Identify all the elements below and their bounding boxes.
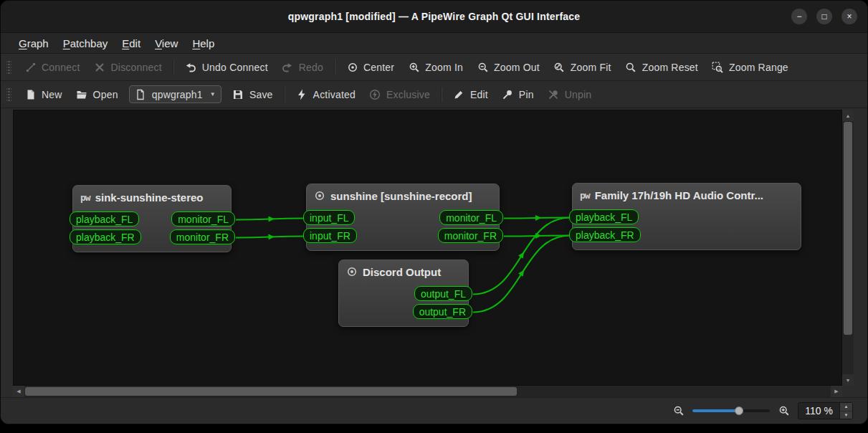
unpin-button[interactable]: Unpin xyxy=(542,85,598,104)
node-title: pwsink-sunshine-stereo xyxy=(73,186,231,209)
unpin-label: Unpin xyxy=(565,89,592,100)
disconnect-label: Disconnect xyxy=(111,62,162,73)
toolbar-main: ConnectDisconnectUndo ConnectRedoCenterZ… xyxy=(1,54,867,81)
zoom-spinbox[interactable]: 110 % ▲ ▼ xyxy=(798,402,853,419)
window-title: qpwgraph1 [modified] — A PipeWire Graph … xyxy=(288,11,581,22)
toolbar-separator xyxy=(441,87,442,103)
zoom-slider-handle[interactable] xyxy=(735,406,743,415)
pin-button[interactable]: Pin xyxy=(496,85,540,104)
zoom-in-icon xyxy=(408,61,420,73)
patchbay-selector-label: qpwgraph1 xyxy=(152,89,203,100)
zoom-value[interactable]: 110 % xyxy=(798,403,839,419)
port-output_FL[interactable]: output_FL xyxy=(414,286,472,301)
menu-view[interactable]: View xyxy=(148,35,184,52)
undo-connect-label: Undo Connect xyxy=(202,62,268,73)
unpin-icon xyxy=(548,88,560,100)
center-button[interactable]: Center xyxy=(340,57,400,77)
port-playback_FR[interactable]: playback_FR xyxy=(70,229,141,244)
maximize-button[interactable]: □ xyxy=(816,9,832,24)
port-playback_FR[interactable]: playback_FR xyxy=(569,227,641,242)
disconnect-icon xyxy=(94,61,106,73)
port-monitor_FR[interactable]: monitor_FR xyxy=(438,228,503,243)
port-input_FL[interactable]: input_FL xyxy=(303,210,355,225)
pin-label: Pin xyxy=(519,89,534,100)
new-label: New xyxy=(42,89,62,100)
new-icon xyxy=(24,88,37,100)
node-family[interactable]: pwFamily 17h/19h HD Audio Contr...playba… xyxy=(572,183,801,250)
graph-canvas[interactable]: pwsink-sunshine-stereoplayback_FLmonitor… xyxy=(13,110,842,386)
vertical-scrollbar[interactable]: ▲ ▼ xyxy=(842,110,854,386)
close-button[interactable]: × xyxy=(841,9,857,24)
open-icon xyxy=(76,88,88,100)
maximize-icon: □ xyxy=(821,12,826,21)
zoom-fit-button[interactable]: Zoom Fit xyxy=(548,57,617,77)
horizontal-scroll-handle[interactable] xyxy=(25,387,517,396)
open-label: Open xyxy=(93,89,118,100)
toolbar-drag-handle[interactable] xyxy=(6,60,11,75)
connect-button[interactable]: Connect xyxy=(19,57,86,77)
minimize-icon: − xyxy=(796,12,801,21)
save-icon xyxy=(232,88,244,100)
patchbay-selector-combo[interactable]: qpwgraph1▼ xyxy=(129,85,221,103)
zoom-out-button[interactable]: Zoom Out xyxy=(471,57,545,77)
vertical-scroll-track[interactable] xyxy=(842,121,854,374)
node-sunshine[interactable]: sunshine [sunshine-record]input_FLmonito… xyxy=(306,184,500,251)
activated-icon xyxy=(296,88,308,100)
scrollbar-corner xyxy=(842,386,854,397)
scroll-down-button[interactable]: ▼ xyxy=(842,374,854,386)
new-button[interactable]: New xyxy=(19,85,68,104)
node-sink[interactable]: pwsink-sunshine-stereoplayback_FLmonitor… xyxy=(72,185,232,252)
close-icon: × xyxy=(846,12,852,21)
disconnect-button[interactable]: Disconnect xyxy=(88,57,168,77)
open-button[interactable]: Open xyxy=(70,85,124,104)
port-input_FR[interactable]: input_FR xyxy=(303,228,357,243)
connect-icon xyxy=(24,61,37,73)
title-bar[interactable]: qpwgraph1 [modified] — A PipeWire Graph … xyxy=(1,1,867,33)
scroll-left-button[interactable]: ◀ xyxy=(13,386,24,397)
zoom-in-icon[interactable] xyxy=(778,405,790,417)
node-discord[interactable]: Discord Outputoutput_FLoutput_FR xyxy=(338,260,469,327)
port-monitor_FL[interactable]: monitor_FL xyxy=(439,210,503,225)
port-output_FR[interactable]: output_FR xyxy=(413,304,472,319)
activated-label: Activated xyxy=(313,89,356,100)
record-icon xyxy=(346,266,358,277)
zoom-reset-button[interactable]: Zoom Reset xyxy=(619,57,704,77)
vertical-scroll-handle[interactable] xyxy=(844,122,852,335)
zoom-slider[interactable] xyxy=(692,409,770,412)
horizontal-scrollbar[interactable]: ◀ ▶ xyxy=(13,386,842,397)
menu-edit[interactable]: Edit xyxy=(115,35,147,52)
zoom-out-icon[interactable] xyxy=(672,405,685,417)
save-button[interactable]: Save xyxy=(226,85,279,104)
edit-button[interactable]: Edit xyxy=(447,85,494,104)
zoom-range-label: Zoom Range xyxy=(729,62,788,73)
port-playback_FL[interactable]: playback_FL xyxy=(70,211,139,227)
zoom-fit-label: Zoom Fit xyxy=(571,62,611,73)
menu-graph[interactable]: Graph xyxy=(12,35,55,52)
spin-down-button[interactable]: ▼ xyxy=(840,411,852,419)
port-playback_FL[interactable]: playback_FL xyxy=(569,209,639,224)
zoom-range-button[interactable]: Zoom Range xyxy=(706,57,794,77)
horizontal-scroll-track[interactable] xyxy=(24,386,831,397)
zoom-in-button[interactable]: Zoom In xyxy=(402,57,469,77)
scroll-up-button[interactable]: ▲ xyxy=(842,110,854,121)
center-label: Center xyxy=(363,62,394,73)
content-area: pwsink-sunshine-stereoplayback_FLmonitor… xyxy=(13,110,854,397)
port-monitor_FL[interactable]: monitor_FL xyxy=(171,211,235,227)
minimize-button[interactable]: − xyxy=(791,9,807,24)
dropdown-arrow-icon: ▼ xyxy=(210,91,216,97)
toolbar-separator xyxy=(334,60,335,75)
exclusive-button[interactable]: Exclusive xyxy=(363,85,436,104)
toolbar-drag-handle[interactable] xyxy=(6,87,11,103)
center-icon xyxy=(346,61,358,73)
undo-connect-button[interactable]: Undo Connect xyxy=(179,57,274,77)
edit-icon xyxy=(453,88,465,100)
redo-button[interactable]: Redo xyxy=(276,57,329,77)
node-title: pwFamily 17h/19h HD Audio Contr... xyxy=(573,184,801,206)
menu-help[interactable]: Help xyxy=(186,35,221,52)
scroll-right-button[interactable]: ▶ xyxy=(831,386,842,397)
menu-patchbay[interactable]: Patchbay xyxy=(57,35,115,52)
port-monitor_FR[interactable]: monitor_FR xyxy=(170,229,235,244)
spin-up-button[interactable]: ▲ xyxy=(840,403,852,411)
redo-icon xyxy=(282,61,294,73)
activated-button[interactable]: Activated xyxy=(290,85,361,104)
